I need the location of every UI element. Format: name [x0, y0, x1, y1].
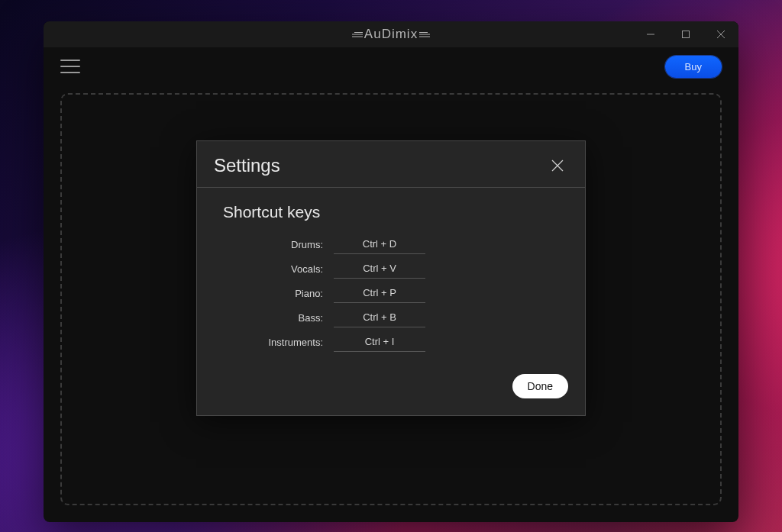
dialog-footer: Done — [197, 365, 585, 415]
shortcut-label: Bass: — [223, 312, 334, 324]
logo-wing-right-icon — [419, 31, 430, 38]
app-title: AuDimix — [364, 27, 418, 42]
shortcut-row-piano: Piano: — [223, 284, 564, 303]
window-minimize-button[interactable] — [633, 21, 668, 47]
hamburger-menu-button[interactable] — [60, 55, 83, 78]
maximize-icon — [682, 31, 690, 38]
dialog-close-button[interactable] — [547, 155, 568, 176]
buy-button[interactable]: Buy — [665, 56, 722, 78]
shortcut-label: Vocals: — [223, 263, 334, 275]
shortcut-input-drums[interactable] — [334, 235, 425, 254]
shortcut-input-instruments[interactable] — [334, 333, 425, 352]
close-icon — [551, 160, 564, 172]
shortcut-input-vocals[interactable] — [334, 260, 425, 279]
dialog-header: Settings — [197, 141, 585, 188]
shortcut-row-drums: Drums: — [223, 235, 564, 254]
app-logo: AuDimix — [352, 27, 430, 42]
window-maximize-button[interactable] — [668, 21, 703, 47]
shortcut-row-instruments: Instruments: — [223, 333, 564, 352]
logo-wing-left-icon — [352, 31, 363, 38]
done-button[interactable]: Done — [512, 374, 568, 398]
dialog-body: Shortcut keys Drums: Vocals: Piano: Bass… — [197, 188, 585, 365]
window-close-button[interactable] — [703, 21, 738, 47]
shortcut-input-bass[interactable] — [334, 308, 425, 327]
shortcut-section-title: Shortcut keys — [223, 203, 564, 221]
shortcut-label: Drums: — [223, 239, 334, 250]
hamburger-icon — [60, 60, 80, 61]
dialog-title: Settings — [214, 155, 280, 176]
shortcut-input-piano[interactable] — [334, 284, 425, 303]
titlebar: AuDimix — [44, 21, 738, 47]
shortcut-label: Piano: — [223, 288, 334, 299]
settings-dialog: Settings Shortcut keys Drums: Vocals: Pi… — [196, 140, 586, 416]
close-icon — [717, 31, 725, 38]
shortcut-row-bass: Bass: — [223, 308, 564, 327]
shortcut-row-vocals: Vocals: — [223, 260, 564, 279]
toolbar: Buy — [44, 47, 738, 85]
minimize-icon — [647, 31, 654, 38]
shortcut-label: Instruments: — [223, 337, 334, 348]
svg-rect-1 — [683, 31, 690, 38]
app-window: AuDimix — [44, 21, 738, 522]
